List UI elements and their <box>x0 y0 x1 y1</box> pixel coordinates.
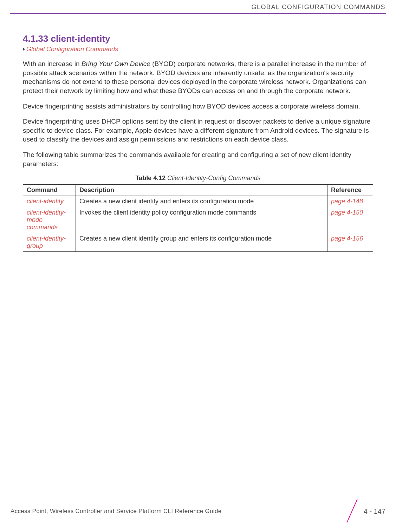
p1-pre: With an increase in <box>23 60 82 67</box>
cell-command[interactable]: client-identity <box>23 196 76 207</box>
cell-command[interactable]: client-identity-group <box>23 233 76 252</box>
footer-guide-title: Access Point, Wireless Controller and Se… <box>11 508 221 515</box>
paragraph-4: The following table summarizes the comma… <box>23 150 373 168</box>
footer-right: 4 - 147 <box>346 499 385 524</box>
paragraph-2: Device fingerprinting assists administra… <box>23 102 373 111</box>
table-row: client-identity-group Creates a new clie… <box>23 233 373 252</box>
cmd-link[interactable]: client-identity-mode commands <box>27 209 66 231</box>
ref-link[interactable]: page 4-150 <box>331 209 363 216</box>
cell-reference[interactable]: page 4-150 <box>327 207 373 233</box>
page-header: GLOBAL CONFIGURATION COMMANDS <box>0 0 396 13</box>
table-header-row: Command Description Reference <box>23 184 373 196</box>
cell-reference[interactable]: page 4-148 <box>327 196 373 207</box>
header-title: GLOBAL CONFIGURATION COMMANDS <box>251 4 385 11</box>
paragraph-1: With an increase in Bring Your Own Devic… <box>23 59 373 96</box>
cell-reference[interactable]: page 4-156 <box>327 233 373 252</box>
table-row: client-identity Creates a new client ide… <box>23 196 373 207</box>
th-description: Description <box>76 184 327 196</box>
cell-description: Invokes the client identity policy confi… <box>76 207 327 233</box>
command-table: Command Description Reference client-ide… <box>23 184 373 252</box>
th-reference: Reference <box>327 184 373 196</box>
breadcrumb-arrow-icon <box>23 47 25 51</box>
table-caption-title: Client-Identity-Config Commands <box>167 175 260 182</box>
th-command: Command <box>23 184 76 196</box>
cell-description: Creates a new client identity and enters… <box>76 196 327 207</box>
paragraph-3: Device fingerprinting uses DHCP options … <box>23 117 373 144</box>
table-row: client-identity-mode commands Invokes th… <box>23 207 373 233</box>
cell-description: Creates a new client identity group and … <box>76 233 327 252</box>
page-number: 4 - 147 <box>364 507 385 515</box>
breadcrumb-label: Global Configuration Commands <box>26 46 118 53</box>
cmd-link[interactable]: client-identity-group <box>27 235 66 249</box>
page-content: 4.1.33 client-identity Global Configurat… <box>0 14 396 252</box>
table-caption: Table 4.12 Client-Identity-Config Comman… <box>23 175 373 182</box>
p1-emphasis: Bring Your Own Device <box>82 60 150 67</box>
table-caption-number: Table 4.12 <box>136 175 166 182</box>
cell-command[interactable]: client-identity-mode commands <box>23 207 76 233</box>
cmd-link[interactable]: client-identity <box>27 198 64 205</box>
page-footer: Access Point, Wireless Controller and Se… <box>0 499 396 524</box>
ref-link[interactable]: page 4-156 <box>331 235 363 242</box>
section-heading: 4.1.33 client-identity <box>23 33 373 44</box>
footer-slash-icon <box>346 499 359 524</box>
ref-link[interactable]: page 4-148 <box>331 198 363 205</box>
breadcrumb[interactable]: Global Configuration Commands <box>23 46 373 53</box>
